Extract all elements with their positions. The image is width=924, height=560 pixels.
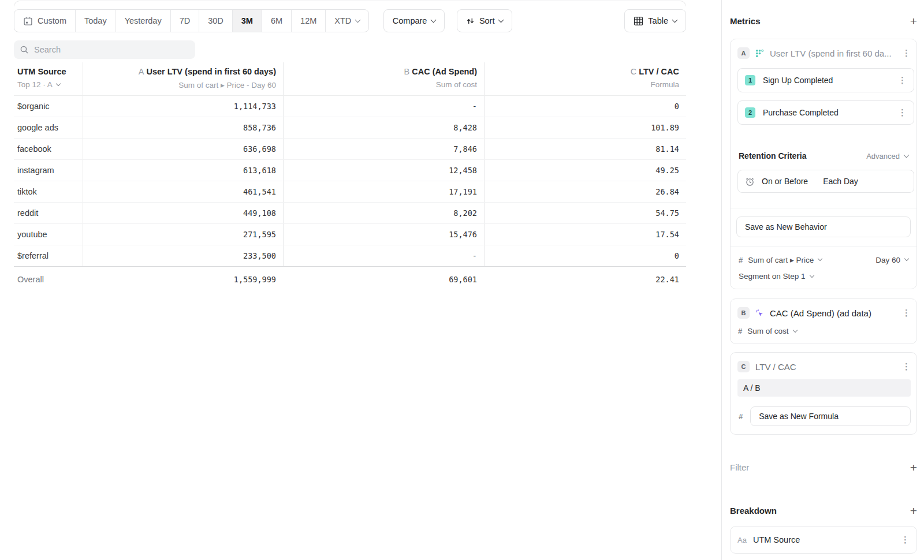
chevron-down-icon [56, 81, 61, 85]
formula-row: # Save as New Formula [737, 406, 911, 426]
column-header-utm-source[interactable]: UTM Source Top 12 · A [14, 62, 83, 95]
date-range-xtd[interactable]: XTD [326, 10, 368, 32]
metric-a-card: A User LTV (spend in first 60 da... ⋮ 1 … [730, 39, 917, 289]
numeric-hash-icon: # [739, 412, 743, 421]
table-row[interactable]: $organic 1,114,733 - 0 [14, 95, 686, 117]
chevron-down-icon [809, 272, 814, 277]
chevron-down-icon [904, 152, 910, 158]
search-icon [20, 45, 29, 54]
breakdown-utm-source-card[interactable]: Aa UTM Source ⋮ [730, 526, 917, 554]
retention-criteria-label: Retention Criteria [739, 151, 806, 160]
compare-button[interactable]: Compare [383, 9, 445, 32]
column-header-metric-a[interactable]: AUser LTV (spend in first 60 days) Sum o… [83, 62, 283, 95]
formula-input[interactable]: A / B [737, 379, 911, 397]
metric-c-title: LTV / CAC [755, 362, 896, 372]
table-row[interactable]: reddit 449,108 8,202 54.75 [14, 202, 686, 223]
metrics-header: Metrics + [730, 16, 917, 26]
column-header-metric-c[interactable]: CLTV / CAC Formula [484, 62, 686, 95]
date-range-12m[interactable]: 12M [292, 10, 326, 32]
chevron-down-icon [498, 17, 504, 23]
date-range-6m[interactable]: 6M [262, 10, 292, 32]
search-input[interactable] [34, 45, 189, 54]
chart-card-top-edge [14, 1, 686, 6]
breakdown-table: UTM Source Top 12 · A AUser LTV (spend i… [14, 62, 686, 292]
chevron-down-icon [818, 256, 822, 261]
kebab-menu-icon[interactable]: ⋮ [898, 109, 907, 117]
metric-c-badge: C [737, 361, 750, 372]
date-range-selector: Custom Today Yesterday 7D 30D 3M 6M 12M … [14, 9, 369, 32]
measure-window-dropdown[interactable]: Day 60 [875, 256, 908, 264]
measure-property-dropdown[interactable]: Sum of cost [747, 327, 796, 335]
search-box [14, 40, 195, 59]
kebab-menu-icon[interactable]: ⋮ [901, 536, 910, 544]
kebab-menu-icon[interactable]: ⋮ [902, 49, 911, 57]
filter-title: Filter [730, 462, 749, 472]
date-range-custom[interactable]: Custom [14, 10, 76, 32]
breakdown-section-header: Breakdown + [730, 506, 917, 516]
ad-sparkle-icon [755, 309, 764, 318]
table-row[interactable]: tiktok 461,541 17,191 26.84 [14, 181, 686, 202]
date-range-30d[interactable]: 30D [199, 10, 233, 32]
save-behavior-button[interactable]: Save as New Behavior [736, 216, 911, 237]
measure-property-dropdown[interactable]: Sum of cart ▸ Price [748, 255, 822, 264]
retention-behavior-card[interactable]: On or Before Each Day [737, 170, 914, 193]
divider [731, 247, 916, 247]
metric-b-measure-row: # Sum of cost [737, 327, 911, 335]
date-range-7d[interactable]: 7D [171, 10, 200, 32]
retention-criteria-row: Retention Criteria Advanced [731, 151, 916, 160]
metric-c-header[interactable]: C LTV / CAC ⋮ [737, 353, 911, 379]
chevron-down-icon [672, 17, 678, 23]
top-n-dropdown[interactable]: Top 12 · A [14, 80, 83, 89]
date-range-yesterday[interactable]: Yesterday [116, 10, 171, 32]
table-row[interactable]: instagram 613,618 12,458 49.25 [14, 159, 686, 181]
date-range-3m-selected[interactable]: 3M [233, 10, 262, 32]
calendar-icon [23, 16, 33, 26]
table-row[interactable]: youtube 271,595 15,476 17.54 [14, 223, 686, 245]
table-row[interactable]: $referral 233,500 - 0 [14, 245, 686, 266]
add-metric-button[interactable]: + [910, 17, 917, 26]
date-range-label: Custom [38, 16, 66, 25]
table-row[interactable]: google ads 858,736 8,428 101.89 [14, 117, 686, 138]
step-2-card[interactable]: 2 Purchase Completed ⋮ [737, 100, 914, 125]
step-1-card[interactable]: 1 Sign Up Completed ⋮ [737, 68, 914, 92]
numeric-hash-icon: # [738, 327, 742, 335]
kebab-menu-icon[interactable]: ⋮ [898, 76, 907, 84]
kebab-menu-icon[interactable]: ⋮ [902, 363, 911, 371]
filter-section-header: Filter + [730, 462, 917, 472]
metric-b-card: B CAC (Ad Spend) (ad data) ⋮ # Sum of co… [730, 298, 917, 344]
table-row[interactable]: facebook 636,698 7,846 81.14 [14, 138, 686, 159]
metric-a-title: User LTV (spend in first 60 da... [770, 48, 896, 58]
report-main-panel: Custom Today Yesterday 7D 30D 3M 6M 12M … [0, 0, 721, 560]
column-header-metric-b[interactable]: BCAC (Ad Spend) Sum of cost [283, 62, 484, 95]
text-property-icon: Aa [737, 536, 747, 544]
segment-row: Segment on Step 1 [731, 272, 916, 281]
metric-b-badge: B [737, 307, 750, 319]
date-range-today[interactable]: Today [76, 10, 116, 32]
divider [731, 208, 916, 208]
view-type-button[interactable]: Table [624, 9, 686, 32]
metric-b-header[interactable]: B CAC (Ad Spend) (ad data) ⋮ [737, 299, 911, 324]
chevron-down-icon [431, 17, 437, 23]
report-toolbar: Custom Today Yesterday 7D 30D 3M 6M 12M … [14, 9, 686, 32]
numeric-hash-icon: # [739, 256, 743, 264]
table-body: $organic 1,114,733 - 0 google ads 858,73… [14, 95, 686, 266]
advanced-dropdown[interactable]: Advanced [866, 152, 908, 160]
add-breakdown-button[interactable]: + [910, 506, 917, 516]
table-overall-row: Overall 1,559,999 69,601 22.41 [14, 266, 686, 292]
metrics-sidebar: Metrics + A User LTV (spend in first 60 … [721, 0, 924, 560]
kebab-menu-icon[interactable]: ⋮ [902, 309, 911, 317]
metric-a-measure-row: # Sum of cart ▸ Price Day 60 [731, 255, 916, 264]
segment-step-dropdown[interactable]: Segment on Step 1 [739, 272, 908, 281]
metric-c-card: C LTV / CAC ⋮ A / B # Save as New Formul… [730, 352, 917, 435]
sort-arrows-icon [466, 17, 475, 25]
metrics-title: Metrics [730, 16, 761, 26]
breakdown-title: Breakdown [730, 506, 777, 516]
metric-b-title: CAC (Ad Spend) (ad data) [770, 308, 896, 318]
sort-button[interactable]: Sort [457, 9, 513, 32]
metric-a-header[interactable]: A User LTV (spend in first 60 da... ⋮ [731, 39, 916, 68]
save-formula-button[interactable]: Save as New Formula [750, 406, 911, 426]
step-1-badge: 1 [745, 75, 755, 85]
metric-a-badge: A [737, 47, 750, 59]
alarm-clock-icon [745, 177, 755, 186]
add-filter-button[interactable]: + [910, 463, 917, 472]
